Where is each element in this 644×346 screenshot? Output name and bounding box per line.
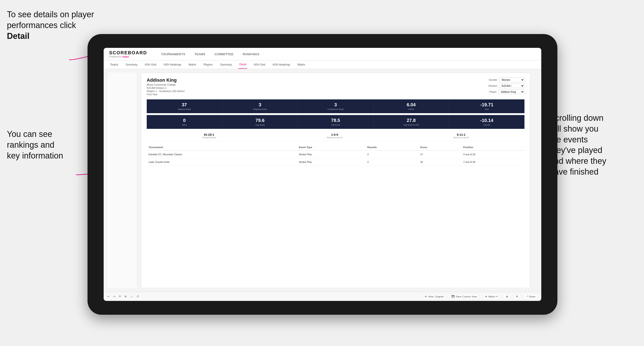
logo-powered: Powered by clippd	[109, 55, 147, 58]
subnav-matrix[interactable]: Matrix	[188, 61, 197, 69]
table-row: Lady Coyote InviteStroke Play2167 out of…	[147, 158, 524, 166]
save-custom-btn[interactable]: 💾 Save Custom View	[449, 294, 479, 299]
screen-icon: 🖥	[506, 295, 508, 298]
player-division: NJCAA Division 1	[147, 86, 184, 89]
grid-icon: ⊞	[516, 295, 518, 298]
subnav-h2h-heatmap2[interactable]: H2H Heatmap	[272, 61, 291, 69]
stat-cell: 6.04Points	[374, 99, 449, 113]
watch-btn[interactable]: 👁 Watch ▾	[483, 294, 500, 299]
gender-label: Gender	[489, 78, 497, 81]
cell-position: 7 out of 20	[461, 158, 524, 166]
cell-position: 4 out of 20	[461, 151, 524, 158]
player-header: Addison King Mesa Community College NJCA…	[147, 78, 524, 96]
stat-cell: -19.71SoS	[449, 99, 524, 113]
view-icon: 👁	[424, 295, 427, 298]
table-header: Score	[418, 144, 461, 151]
cell-rounds: 2	[366, 151, 418, 158]
stat-cell: 0Wins	[147, 115, 222, 129]
cell-rounds: 2	[366, 158, 418, 166]
player-detail: Addison King Mesa Community College NJCA…	[141, 73, 530, 171]
nav-committee[interactable]: COMMITTEE	[214, 51, 234, 57]
gender-filter-row: Gender Women Men	[489, 78, 524, 82]
grid-btn[interactable]: ⊞	[514, 294, 520, 299]
player-label: Player	[490, 90, 496, 93]
division-label: Division	[488, 84, 497, 87]
stat-cell: -10.14Avg SG	[449, 115, 524, 129]
subnav-teams[interactable]: Teams	[109, 61, 119, 69]
toolbar-icon-minus[interactable]: —	[130, 295, 133, 298]
cell-event_type: Stroke Play	[297, 158, 365, 166]
annotation-top-left: To see details on player performances cl…	[7, 9, 94, 41]
toolbar-icon-redo[interactable]: ↪	[113, 295, 115, 298]
player-year: First Year	[147, 93, 184, 96]
table-header: Tournament	[147, 144, 297, 151]
cell-score: 16	[418, 158, 461, 166]
top-nav: SCOREBOARD Powered by clippd TOURNAMENTS…	[104, 48, 541, 60]
content-main: Addison King Mesa Community College NJCA…	[141, 73, 530, 288]
cell-tournament: Lady Coyote Invite	[147, 158, 297, 166]
division-filter-row: Division NJCAA I NJCAA II	[488, 84, 524, 88]
stat-cell: 78.5Adj Score	[298, 115, 373, 129]
share-btn[interactable]: ↗ Share	[524, 294, 538, 299]
player-select[interactable]: Addison King	[498, 89, 524, 94]
tablet-screen: SCOREBOARD Powered by clippd TOURNAMENTS…	[104, 48, 541, 301]
table-header: Rounds	[366, 144, 418, 151]
view-original-btn[interactable]: 👁 View: Original	[422, 294, 446, 299]
subnav-players[interactable]: Players	[202, 61, 214, 69]
left-panel	[107, 73, 137, 288]
record-item: 1-5-0Record vs top 25	[327, 133, 342, 139]
share-icon: ↗	[526, 295, 528, 298]
tournament-table: TournamentEvent TypeRoundsScorePosition …	[147, 144, 524, 166]
toolbar-icon-refresh[interactable]: ⟳	[119, 295, 121, 298]
stat-cell: 37National Rank	[147, 99, 222, 113]
subnav-h2h-grid2[interactable]: H2H Grid	[253, 61, 266, 69]
player-school: Mesa Community College	[147, 83, 184, 86]
subnav-summary2[interactable]: Summary	[219, 61, 233, 69]
annotation-bottom-left: You can see rankings and key information	[7, 129, 80, 161]
subnav-h2h-heatmap[interactable]: H2H Heatmap	[163, 61, 182, 69]
nav-teams[interactable]: TEAMS	[194, 51, 205, 57]
watch-chevron: ▾	[496, 295, 498, 298]
gender-select[interactable]: Women Men	[499, 78, 524, 82]
screen-btn[interactable]: 🖥	[504, 294, 510, 299]
right-panel	[534, 73, 538, 288]
record-row: 91-20-1Overall Record1-5-0Record vs top …	[147, 131, 524, 141]
stat-cell: 3Conference Rank	[298, 99, 373, 113]
player-filters: Gender Women Men Division NJCAA I	[488, 78, 524, 94]
record-item: 5-11-1Record vs top 50	[453, 133, 469, 139]
nav-rankings[interactable]: RANKINGS	[243, 51, 259, 57]
cell-event_type: Stroke Play	[297, 151, 365, 158]
content-area: Addison King Mesa Community College NJCA…	[104, 69, 541, 292]
subnav-summary[interactable]: Summary	[124, 61, 138, 69]
stats-row-2: 0Wins79.6Avg Score78.5Adj Score27.8Avg S…	[147, 115, 524, 129]
logo-scoreboard: SCOREBOARD	[109, 50, 147, 55]
nav-tournaments[interactable]: TOURNAMENTS	[161, 51, 185, 57]
annotation-right: Scrolling down will show you the events …	[550, 113, 637, 177]
toolbar-icon-undo[interactable]: ↩	[107, 295, 110, 298]
division-select[interactable]: NJCAA I NJCAA II	[499, 84, 524, 88]
table-row: Estrella CC- Mountain ClassicStroke Play…	[147, 151, 524, 158]
toolbar-icon-zoom[interactable]: ⊕	[124, 295, 127, 298]
cell-score: 17	[418, 151, 461, 158]
cell-tournament: Estrella CC- Mountain Classic	[147, 151, 297, 158]
watch-icon: 👁	[485, 295, 488, 298]
save-icon: 💾	[452, 295, 455, 298]
stat-cell: 79.6Avg Score	[222, 115, 298, 129]
player-name: Addison King	[147, 78, 184, 83]
record-item: 91-20-1Overall Record	[202, 133, 216, 139]
stats-row-1: 37National Rank3Regional Rank3Conference…	[147, 99, 524, 113]
player-filter-row: Player Addison King	[490, 89, 524, 94]
player-info: Addison King Mesa Community College NJCA…	[147, 78, 184, 96]
logo-area: SCOREBOARD Powered by clippd	[109, 50, 147, 58]
sub-nav: Teams Summary H2H Grid H2H Heatmap Matri…	[104, 60, 541, 69]
table-header: Event Type	[297, 144, 365, 151]
table-header: Position	[461, 144, 524, 151]
subnav-h2h-grid[interactable]: H2H Grid	[144, 61, 157, 69]
subnav-detail[interactable]: Detail	[238, 60, 247, 69]
toolbar-icon-clock[interactable]: ⏱	[136, 295, 139, 298]
toolbar: ↩ ↪ ⟳ ⊕ — ⏱ 👁 View: Original 💾 Save Cust…	[104, 292, 541, 301]
subnav-matrix2[interactable]: Matrix	[297, 61, 306, 69]
stat-cell: 3Regional Rank	[222, 99, 298, 113]
tablet-frame: SCOREBOARD Powered by clippd TOURNAMENTS…	[88, 34, 558, 315]
player-region: Region 1 - Southwest (18) District	[147, 90, 184, 92]
